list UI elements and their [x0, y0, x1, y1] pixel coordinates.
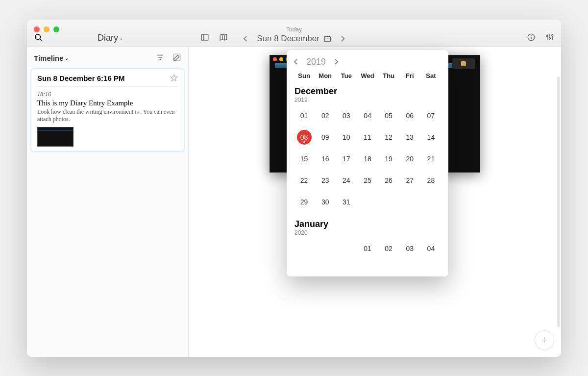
calendar-day[interactable]: 02 [381, 241, 396, 256]
calendar-day[interactable]: 03 [339, 108, 354, 123]
calendar-day[interactable]: 02 [318, 108, 333, 123]
view-mode-group [200, 33, 228, 44]
calendar-day[interactable]: 31 [339, 195, 354, 209]
calendar-day[interactable]: 26 [381, 173, 396, 188]
calendar-month: December20190102030405060708091011121314… [294, 86, 441, 209]
calendar-day[interactable]: 11 [360, 130, 375, 145]
svg-point-17 [546, 35, 548, 37]
svg-rect-2 [201, 34, 208, 40]
settings-sliders-icon[interactable] [545, 33, 554, 44]
app-window: Diary ⌄ Today Sun 8 [27, 20, 561, 357]
svg-line-1 [40, 39, 41, 40]
svg-rect-23 [173, 54, 180, 61]
calendar-day[interactable]: 13 [402, 130, 417, 145]
calendar-day[interactable]: 20 [402, 151, 417, 166]
next-day-button[interactable] [340, 36, 345, 42]
calendar-day[interactable]: 25 [360, 173, 375, 188]
main-content: 2019 SunMonTueWedThuFriSat December20190… [189, 47, 561, 357]
calendar-day[interactable]: 04 [360, 108, 375, 123]
entry-card[interactable]: Sun 8 December 6:16 PM 18:16 This is my … [31, 69, 184, 152]
calendar-icon[interactable] [323, 35, 331, 43]
sidebar: Timeline ⌄ Sun 8 December 6:16 PM [27, 47, 189, 357]
calendar-day[interactable]: 01 [360, 241, 375, 256]
calendar-day[interactable]: 01 [297, 108, 312, 123]
calendar-day[interactable]: 12 [381, 130, 396, 145]
sidebar-view-selector[interactable]: Timeline ⌄ [34, 54, 69, 62]
entry-time: 18:16 [37, 91, 178, 98]
calendar-weekday: Fri [399, 72, 420, 79]
svg-point-0 [35, 34, 41, 40]
calendar-day[interactable]: 08 [297, 130, 312, 145]
calendar-day[interactable]: 22 [297, 173, 312, 188]
prev-day-button[interactable] [243, 36, 248, 42]
calendar-month-year: 2020 [294, 229, 441, 236]
svg-point-19 [552, 34, 553, 36]
current-date-label: Sun 8 December [257, 34, 319, 44]
entry-excerpt: Look how clean the writing environment i… [37, 108, 178, 123]
calendar-weekday: Mon [315, 72, 336, 79]
calendar-day[interactable]: 06 [402, 108, 417, 123]
calendar-day[interactable]: 23 [318, 173, 333, 188]
calendar-month-name: January [294, 219, 441, 229]
calendar-day[interactable]: 16 [318, 151, 333, 166]
calendar-weekday: Sun [294, 72, 315, 79]
calendar-weekday: Thu [378, 72, 399, 79]
calendar-weekday: Tue [336, 72, 357, 79]
calendar-day[interactable]: 04 [423, 241, 438, 256]
calendar-month: January202000000001020304 [294, 219, 441, 256]
journal-selector-label: Diary [98, 33, 118, 43]
calendar-day[interactable]: 09 [318, 130, 333, 145]
titlebar: Diary ⌄ Today Sun 8 [27, 20, 561, 47]
calendar-day[interactable]: 17 [339, 151, 354, 166]
calendar-weekday: Wed [357, 72, 378, 79]
map-icon[interactable] [219, 33, 228, 44]
calendar-popover: 2019 SunMonTueWedThuFriSat December20190… [287, 50, 448, 276]
calendar-day[interactable]: 10 [339, 130, 354, 145]
info-icon[interactable] [527, 33, 536, 44]
journal-selector[interactable]: Diary ⌄ [98, 33, 123, 43]
add-entry-button[interactable]: + [535, 330, 554, 350]
calendar-day[interactable]: 24 [339, 173, 354, 188]
panel-layout-icon[interactable] [200, 33, 209, 44]
star-icon[interactable] [170, 74, 178, 82]
calendar-day[interactable]: 05 [381, 108, 396, 123]
svg-rect-7 [324, 36, 330, 42]
search-icon[interactable] [34, 33, 43, 44]
today-label: Today [286, 26, 302, 33]
calendar-day[interactable]: 18 [360, 151, 375, 166]
calendar-day[interactable]: 21 [423, 151, 438, 166]
chevron-down-icon: ⌄ [119, 35, 123, 41]
calendar-year-label: 2019 [306, 57, 326, 67]
entry-date-header: Sun 8 December 6:16 PM [37, 74, 124, 82]
calendar-day[interactable]: 29 [297, 195, 312, 209]
calendar-day[interactable]: 19 [381, 151, 396, 166]
calendar-month-name: December [294, 86, 441, 97]
sidebar-view-label: Timeline [34, 54, 64, 62]
entry-title: This is my Diary Entry Example [37, 99, 178, 107]
calendar-day[interactable]: 03 [402, 241, 417, 256]
calendar-day[interactable]: 14 [423, 130, 438, 145]
scrollbar[interactable] [557, 76, 560, 327]
svg-point-18 [549, 37, 551, 39]
calendar-day[interactable]: 30 [318, 195, 333, 209]
svg-marker-24 [171, 75, 177, 81]
calendar-month-year: 2019 [294, 97, 441, 103]
calendar-day[interactable]: 07 [423, 108, 438, 123]
prev-year-button[interactable] [294, 59, 298, 65]
calendar-weekday: Sat [420, 72, 441, 79]
date-navigator: Today Sun 8 December [243, 26, 345, 44]
entry-thumbnail [37, 127, 74, 147]
calendar-day[interactable]: 15 [297, 151, 312, 166]
filter-icon[interactable] [156, 53, 165, 64]
compose-icon[interactable] [172, 53, 181, 64]
svg-point-13 [531, 35, 532, 36]
chevron-down-icon: ⌄ [65, 55, 69, 61]
calendar-weekday-row: SunMonTueWedThuFriSat [294, 72, 441, 79]
calendar-day[interactable]: 27 [402, 173, 417, 188]
next-year-button[interactable] [334, 59, 339, 65]
calendar-day[interactable]: 28 [423, 173, 438, 188]
svg-marker-4 [220, 34, 227, 40]
